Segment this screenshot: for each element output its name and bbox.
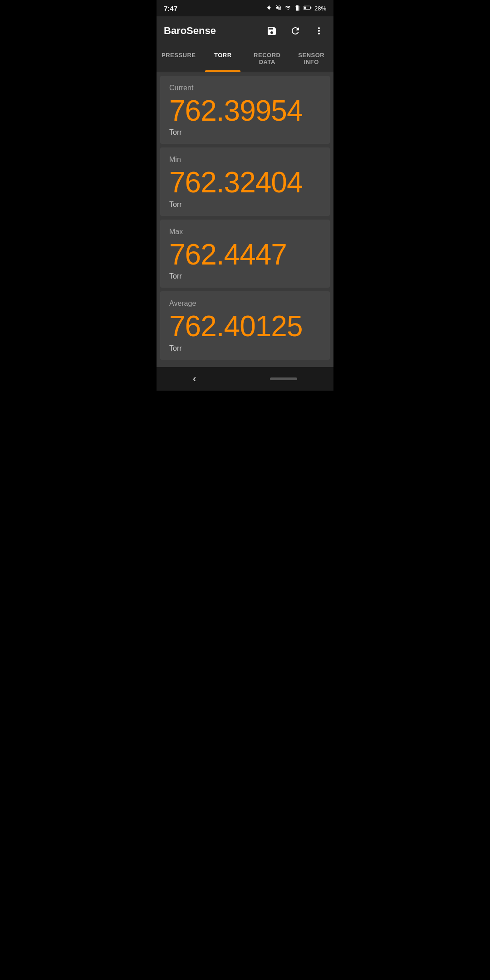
min-unit: Torr — [169, 201, 321, 209]
current-value: 762.39954 — [169, 95, 321, 127]
app-bar: BaroSense — [157, 16, 333, 45]
min-value: 762.32404 — [169, 167, 321, 198]
refresh-button[interactable] — [288, 24, 303, 38]
average-label: Average — [169, 299, 321, 308]
main-content: Current 762.39954 Torr Min 762.32404 Tor… — [157, 72, 333, 367]
current-unit: Torr — [169, 128, 321, 137]
home-indicator[interactable] — [270, 377, 297, 380]
average-card: Average 762.40125 Torr — [160, 291, 330, 359]
app-title: BaroSense — [164, 25, 216, 37]
current-label: Current — [169, 84, 321, 92]
status-bar: 7:47 — [157, 0, 333, 16]
bottom-nav: ‹ — [157, 367, 333, 391]
tab-record-data[interactable]: RECORD DATA — [245, 45, 289, 72]
min-label: Min — [169, 156, 321, 164]
battery-icon — [304, 5, 312, 12]
bluetooth-icon — [266, 4, 273, 13]
min-card: Min 762.32404 Torr — [160, 147, 330, 216]
current-card: Current 762.39954 Torr — [160, 76, 330, 144]
average-unit: Torr — [169, 344, 321, 353]
wifi-icon — [284, 5, 292, 12]
svg-rect-2 — [304, 6, 306, 9]
battery-percent: 28% — [314, 5, 326, 12]
tab-bar: PRESSURE TORR RECORD DATA SENSOR INFO — [157, 45, 333, 72]
app-bar-actions — [265, 24, 326, 38]
tab-pressure[interactable]: PRESSURE — [157, 45, 201, 72]
max-value: 762.4447 — [169, 239, 321, 270]
mute-icon — [275, 5, 282, 12]
save-button[interactable] — [265, 24, 279, 38]
more-options-button[interactable] — [312, 24, 326, 38]
svg-rect-1 — [310, 7, 311, 9]
back-button[interactable]: ‹ — [193, 373, 196, 385]
tab-torr[interactable]: TORR — [201, 45, 245, 72]
max-card: Max 762.4447 Torr — [160, 220, 330, 288]
tab-sensor-info[interactable]: SENSOR INFO — [289, 45, 334, 72]
signal-icon — [294, 5, 301, 12]
max-label: Max — [169, 228, 321, 236]
status-icons: 28% — [266, 4, 326, 13]
average-value: 762.40125 — [169, 310, 321, 342]
status-time: 7:47 — [164, 5, 177, 12]
max-unit: Torr — [169, 272, 321, 280]
